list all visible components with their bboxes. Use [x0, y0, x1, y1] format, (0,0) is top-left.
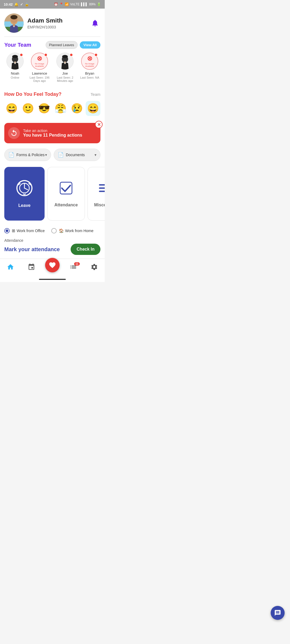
work-home-radio	[51, 228, 57, 233]
member-name-bryan: Bryan	[85, 71, 94, 75]
nav-settings[interactable]	[86, 263, 102, 271]
forms-policies-dropdown[interactable]: 📄 Forms & Policies ▾	[4, 149, 51, 161]
team-member-bryan[interactable]: ⊗ No ImageAvailable Bryan Last Seen: NA	[79, 53, 100, 82]
profile-info: Adam Smith EMP/M2H/10003	[27, 17, 90, 29]
signal-label: VoLTE	[70, 2, 79, 6]
work-office-label: Work from Office	[17, 229, 45, 233]
battery-icon: 🔋	[97, 2, 101, 6]
avatar	[4, 13, 24, 33]
work-home-label: Work from Home	[65, 229, 94, 233]
office-grid-icon: ⊞	[12, 228, 15, 233]
pending-actions-banner[interactable]: Take an action You have 11 Pending actio…	[4, 123, 100, 143]
svg-point-10	[12, 55, 18, 58]
view-all-button[interactable]: View All	[80, 41, 100, 49]
location-icon: 📍	[59, 2, 63, 6]
planned-leaves-button[interactable]: Planned Leaves	[46, 41, 78, 49]
status-time: 10:42	[4, 2, 13, 6]
svg-rect-11	[14, 61, 16, 63]
attendance-section-label: Attendance	[4, 238, 100, 243]
team-section-actions: Planned Leaves View All	[46, 41, 100, 49]
misc-card[interactable]: Miscellane	[88, 167, 105, 221]
team-section-title: Your Team	[4, 42, 31, 48]
leave-card-icon	[16, 180, 33, 200]
dropdown-row: 📄 Forms & Policies ▾ 📄 Documents ▾	[0, 147, 105, 165]
member-status-lawrence: Last Seen: 196 Days ago	[28, 76, 51, 82]
svg-point-15	[62, 55, 68, 58]
battery-label: 89%	[89, 2, 96, 6]
emoji-happy[interactable]: 😄	[4, 101, 19, 116]
profile-header: Adam Smith EMP/M2H/10003	[0, 9, 105, 36]
nav-tasks[interactable]: 11	[65, 263, 81, 271]
pending-text-wrap: Take an action You have 11 Pending actio…	[23, 129, 97, 138]
profile-name: Adam Smith	[27, 17, 90, 24]
notification-bell-button[interactable]	[90, 18, 100, 28]
network-bars-icon: ▌▌▌	[81, 2, 88, 6]
emoji-cool[interactable]: 😎	[37, 101, 52, 116]
emoji-row: 😄 🙂 😎 😤 😢 😄	[4, 101, 100, 116]
heart-nav-circle	[45, 258, 60, 272]
member-avatar-wrap-lawrence: ⊗ No ImageAvailable	[31, 53, 48, 70]
forms-doc-icon: 📄	[8, 152, 14, 158]
profile-id: EMP/M2H/10003	[27, 25, 90, 29]
feel-title: How Do You Feel Today?	[4, 92, 61, 97]
member-status-dot-joe	[70, 53, 73, 57]
member-name-noah: Noah	[11, 71, 19, 75]
pending-action-icon	[8, 127, 20, 139]
tasks-badge: 11	[74, 262, 80, 266]
team-member-noah[interactable]: Noah Online	[4, 53, 26, 82]
documents-inner: 📄 Documents	[58, 152, 85, 158]
attendance-section: Attendance Mark your attendance Check In	[0, 236, 105, 259]
home-icon: 🏠	[59, 228, 64, 233]
forms-policies-inner: 📄 Forms & Policies	[8, 152, 45, 158]
emoji-sad[interactable]: 😢	[70, 101, 84, 116]
team-section: Your Team Planned Leaves View All	[0, 37, 105, 88]
member-status-dot-noah	[20, 53, 23, 57]
member-status-noah: Online	[11, 76, 19, 79]
work-location-row: ⊞ Work from Office 🏠 Work from Home	[4, 228, 100, 233]
team-member-lawrence[interactable]: ⊗ No ImageAvailable Lawrence Last Seen: …	[28, 53, 51, 82]
home-bar	[39, 279, 66, 280]
attendance-card[interactable]: Attendance	[47, 167, 85, 221]
work-from-office-option[interactable]: ⊞ Work from Office	[4, 228, 45, 233]
documents-chevron-icon: ▾	[95, 153, 96, 157]
nav-home[interactable]	[2, 263, 19, 271]
alarm-icon: ⏰	[54, 2, 58, 6]
nav-calendar[interactable]	[23, 263, 39, 271]
work-office-radio	[4, 228, 10, 233]
svg-line-20	[24, 188, 28, 190]
attendance-card-label: Attendance	[54, 203, 78, 207]
work-office-radio-inner	[6, 229, 8, 232]
leave-card[interactable]: Leave	[4, 167, 45, 221]
member-avatar-wrap-noah	[6, 53, 24, 70]
member-name-lawrence: Lawrence	[32, 71, 47, 75]
member-status-dot-lawrence	[44, 53, 48, 57]
mark-attendance-title: Mark your attendance	[4, 246, 60, 253]
emoji-angry[interactable]: 😤	[53, 101, 68, 116]
team-member-joe[interactable]: Joe Last Seen: 2 Minutes ago	[53, 53, 77, 82]
forms-policies-label: Forms & Policies	[16, 153, 45, 157]
member-name-joe: Joe	[62, 71, 68, 75]
pending-close-button[interactable]: ✕	[95, 121, 103, 128]
svg-rect-6	[13, 24, 15, 26]
feel-header: How Do You Feel Today? Team	[4, 92, 100, 97]
misc-card-icon	[97, 180, 105, 199]
documents-dropdown[interactable]: 📄 Documents ▾	[54, 149, 100, 161]
emoji-selected[interactable]: 😄	[86, 101, 100, 116]
member-status-bryan: Last Seen: NA	[80, 76, 99, 79]
svg-point-5	[10, 15, 17, 19]
documents-doc-icon: 📄	[58, 152, 64, 158]
nav-heart-center[interactable]	[44, 262, 60, 272]
emoji-neutral[interactable]: 🙂	[21, 101, 35, 116]
status-alert-icon: 🔔	[14, 2, 19, 6]
check-in-button[interactable]: Check In	[71, 244, 100, 255]
status-bar: 10:42 🔔 ✓ 🔒 ⏰ 📍 📶 VoLTE ▌▌▌ 89% 🔋	[0, 0, 105, 9]
attendance-mark-row: Mark your attendance Check In	[4, 244, 100, 255]
pending-action-label: Take an action	[23, 129, 97, 133]
misc-card-label: Miscellane	[94, 203, 105, 207]
work-home-text: 🏠 Work from Home	[59, 228, 94, 233]
attendance-card-icon	[58, 180, 74, 199]
work-from-home-option[interactable]: 🏠 Work from Home	[51, 228, 94, 233]
member-avatar-wrap-joe	[56, 53, 74, 70]
documents-label: Documents	[66, 153, 85, 157]
status-bar-right: ⏰ 📍 📶 VoLTE ▌▌▌ 89% 🔋	[54, 2, 101, 6]
